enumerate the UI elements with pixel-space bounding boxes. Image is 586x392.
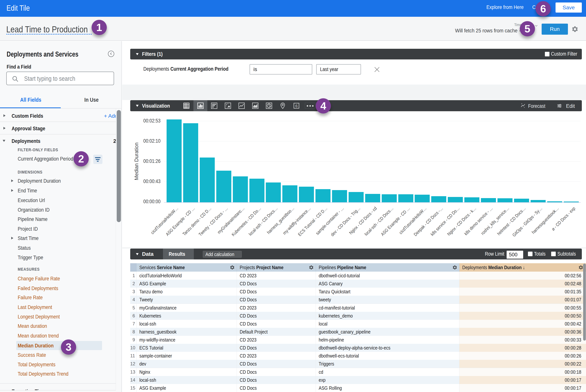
svg-text:6: 6 xyxy=(295,104,297,108)
